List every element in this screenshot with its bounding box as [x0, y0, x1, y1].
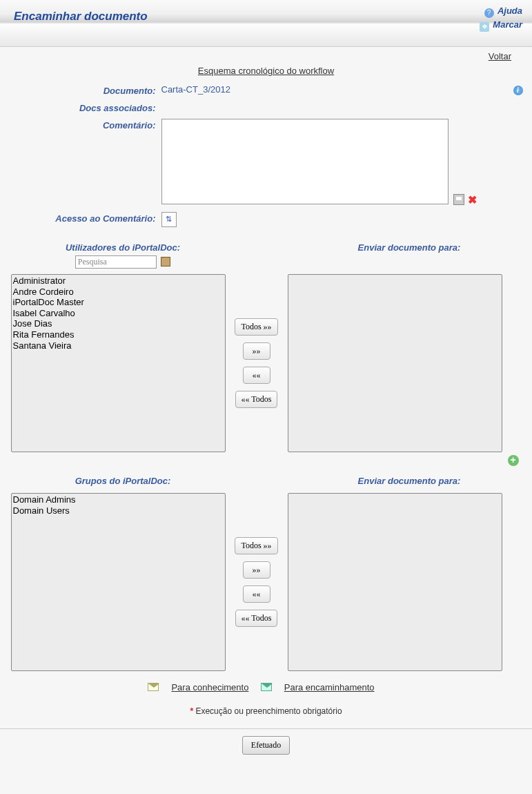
- list-item[interactable]: Jose Dias: [12, 318, 225, 329]
- page-header: Encaminhar documento ? Ajuda ❖ Marcar: [0, 0, 532, 47]
- users-one-left-button[interactable]: ««: [243, 367, 270, 384]
- groups-selected-list[interactable]: [288, 493, 502, 671]
- document-value[interactable]: Carta-CT_3/2012: [161, 84, 230, 95]
- groups-send-to-title: Enviar documento para:: [297, 476, 522, 486]
- list-item[interactable]: Isabel Carvalho: [12, 308, 225, 319]
- required-line: * Execução ou preenchimento obrigatório: [0, 699, 532, 728]
- help-link[interactable]: Ajuda: [497, 6, 522, 16]
- users-available-list[interactable]: AdministratorAndre CordeiroiPortalDoc Ma…: [11, 274, 226, 452]
- comment-textarea[interactable]: [161, 119, 449, 204]
- delete-icon[interactable]: ✖: [468, 193, 477, 206]
- users-all-right-button[interactable]: Todos »»: [235, 318, 277, 336]
- tag-icon: ❖: [480, 22, 489, 32]
- header-actions: ? Ajuda ❖ Marcar: [480, 4, 522, 32]
- list-item[interactable]: Domain Users: [12, 505, 225, 516]
- access-comment-label: Acesso ao Comentário:: [11, 212, 161, 233]
- help-icon: ?: [484, 8, 494, 18]
- assoc-docs-label: Docs associados:: [11, 101, 161, 119]
- users-send-to-title: Enviar documento para:: [297, 242, 522, 253]
- page-title: Encaminhar documento: [14, 10, 148, 23]
- list-item[interactable]: Domain Admins: [12, 494, 225, 505]
- users-all-left-button[interactable]: «« Todos: [235, 391, 278, 408]
- groups-all-left-button[interactable]: «« Todos: [235, 610, 278, 627]
- add-icon[interactable]: +: [508, 455, 519, 466]
- assoc-docs-value: [161, 101, 520, 119]
- footer-bar: Efetuado: [0, 728, 532, 762]
- save-icon[interactable]: [453, 194, 464, 205]
- mark-link[interactable]: Marcar: [493, 19, 522, 30]
- groups-section: Grupos do iPortalDoc: Enviar documento p…: [11, 476, 522, 671]
- submit-button[interactable]: Efetuado: [242, 736, 290, 755]
- required-text: Execução ou preenchimento obrigatório: [195, 706, 342, 716]
- workflow-link[interactable]: Esquema cronológico do workflow: [198, 66, 334, 76]
- knowledge-link[interactable]: Para conhecimento: [171, 682, 248, 693]
- users-title: Utilizadores do iPortalDoc:: [11, 242, 235, 253]
- form-area: Documento: Carta-CT_3/2012 i Docs associ…: [11, 84, 522, 233]
- bottom-links: Para conhecimento Para encaminhamento: [0, 671, 532, 699]
- users-section: Utilizadores do iPortalDoc: Enviar docum…: [11, 242, 522, 452]
- groups-available-list[interactable]: Domain AdminsDomain Users: [11, 493, 226, 671]
- mail-icon: [261, 683, 272, 691]
- groups-one-left-button[interactable]: ««: [243, 585, 270, 603]
- access-toggle-button[interactable]: ⇅: [161, 212, 177, 227]
- user-search-input[interactable]: [75, 255, 157, 269]
- document-label: Documento:: [11, 84, 161, 101]
- comment-label: Comentário:: [11, 119, 161, 212]
- groups-one-right-button[interactable]: »»: [243, 561, 270, 579]
- list-item[interactable]: Administrator: [12, 275, 225, 287]
- asterisk-icon: *: [190, 706, 193, 716]
- users-one-right-button[interactable]: »»: [243, 342, 270, 360]
- back-link[interactable]: Voltar: [489, 51, 511, 61]
- list-item[interactable]: Rita Fernandes: [12, 329, 225, 340]
- list-item[interactable]: Santana Vieira: [12, 340, 225, 351]
- info-icon[interactable]: i: [513, 86, 523, 95]
- forwarding-link[interactable]: Para encaminhamento: [284, 682, 375, 693]
- mail-open-icon: [148, 683, 159, 691]
- users-selected-list[interactable]: [288, 274, 502, 452]
- groups-title: Grupos do iPortalDoc:: [11, 476, 235, 486]
- list-item[interactable]: Andre Cordeiro: [12, 287, 225, 298]
- calendar-icon[interactable]: [161, 257, 170, 267]
- list-item[interactable]: iPortalDoc Master: [12, 297, 225, 308]
- groups-all-right-button[interactable]: Todos »»: [235, 537, 277, 554]
